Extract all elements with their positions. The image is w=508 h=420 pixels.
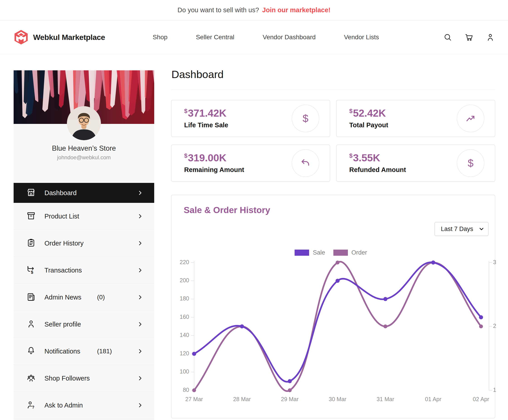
title-divider bbox=[171, 90, 495, 90]
chevron-down-icon bbox=[479, 226, 484, 232]
storefront-icon bbox=[26, 188, 37, 198]
sidebar-item-shop-followers[interactable]: Shop Followers bbox=[14, 365, 154, 392]
svg-text:80: 80 bbox=[183, 387, 189, 393]
chevron-right-icon bbox=[137, 402, 143, 408]
svg-text:180: 180 bbox=[180, 295, 189, 301]
svg-text:31 Mar: 31 Mar bbox=[376, 396, 394, 402]
svg-text:2: 2 bbox=[493, 323, 496, 329]
chevron-right-icon bbox=[137, 267, 143, 273]
sidebar-item-label: Transactions bbox=[44, 267, 82, 274]
sidebar-item-label: Seller profile bbox=[44, 321, 81, 328]
svg-text:120: 120 bbox=[180, 350, 189, 356]
news-icon bbox=[26, 292, 37, 302]
transactions-icon: $ bbox=[26, 265, 37, 276]
sale-order-line-chart[interactable]: 8010012014016018020022012327 Mar28 Mar29… bbox=[171, 254, 496, 413]
user-icon[interactable] bbox=[486, 33, 495, 42]
sidebar-item-order-history[interactable]: Order History bbox=[14, 230, 154, 257]
sidebar-item-admin-news[interactable]: Admin News (0) bbox=[14, 284, 154, 311]
sidebar-item-dashboard[interactable]: Dashboard bbox=[14, 183, 154, 203]
svg-text:160: 160 bbox=[180, 314, 189, 320]
nav-shop[interactable]: Shop bbox=[153, 34, 167, 41]
brand[interactable]: Webkul Marketplace bbox=[13, 29, 105, 45]
card-total-payout: $52.42K Total Payout bbox=[336, 100, 495, 137]
svg-text:100: 100 bbox=[180, 368, 189, 375]
avatar bbox=[67, 106, 101, 140]
nav-vendor-dashboard[interactable]: Vendor Dashboard bbox=[263, 34, 316, 41]
top-header: Webkul Marketplace Shop Seller Central V… bbox=[0, 20, 508, 54]
chevron-right-icon bbox=[137, 213, 143, 219]
page-title: Dashboard bbox=[171, 68, 495, 81]
chevron-right-icon bbox=[137, 240, 143, 247]
dollar-icon: $ bbox=[457, 149, 484, 177]
store-email: johndoe@webkul.com bbox=[14, 154, 154, 161]
item-count: (181) bbox=[97, 348, 112, 355]
chart-title: Sale & Order History bbox=[184, 205, 270, 215]
nav-vendor-lists[interactable]: Vendor Lists bbox=[344, 34, 379, 41]
dollar-icon: $ bbox=[292, 105, 319, 132]
main-content: Dashboard $371.42K Life Time Sale $ $52.… bbox=[171, 68, 495, 418]
svg-text:1: 1 bbox=[493, 387, 496, 393]
svg-text:$: $ bbox=[31, 270, 33, 275]
order-history-icon bbox=[26, 238, 37, 248]
brand-name: Webkul Marketplace bbox=[33, 33, 105, 42]
sidebar-item-label: Admin News bbox=[44, 294, 81, 301]
cart-icon[interactable] bbox=[464, 33, 473, 42]
main-nav: Shop Seller Central Vendor Dashboard Ven… bbox=[153, 34, 379, 41]
sidebar-menu: Dashboard Product List Order History $ T… bbox=[14, 183, 154, 419]
sidebar-item-label: Ask to Admin bbox=[44, 402, 83, 409]
ask-admin-icon: ? bbox=[26, 400, 37, 411]
sidebar-item-product-list[interactable]: Product List bbox=[14, 203, 154, 230]
followers-icon bbox=[26, 373, 37, 383]
sidebar-item-ask-to-admin[interactable]: ? Ask to Admin bbox=[14, 392, 154, 419]
join-marketplace-link[interactable]: Join our marketplace! bbox=[262, 6, 331, 14]
store-name: Blue Heaven’s Store bbox=[14, 144, 154, 152]
header-icons bbox=[443, 33, 495, 42]
sidebar-item-label: Product List bbox=[44, 213, 79, 220]
svg-text:220: 220 bbox=[180, 259, 189, 265]
vendor-sidebar: Blue Heaven’s Store johndoe@webkul.com D… bbox=[14, 70, 154, 420]
svg-text:29 Mar: 29 Mar bbox=[281, 396, 299, 402]
sidebar-item-transactions[interactable]: $ Transactions bbox=[14, 257, 154, 284]
sidebar-item-label: Order History bbox=[44, 240, 83, 247]
banner-question: Do you want to sell with us? bbox=[177, 6, 259, 14]
chevron-right-icon bbox=[137, 375, 143, 382]
undo-icon bbox=[292, 149, 319, 177]
sidebar-item-label: Dashboard bbox=[44, 189, 77, 197]
archive-icon bbox=[26, 211, 37, 221]
svg-text:30 Mar: 30 Mar bbox=[329, 396, 346, 402]
sale-order-history-card: Sale & Order History Last 7 Days Sale Or… bbox=[171, 195, 495, 418]
svg-text:?: ? bbox=[32, 405, 35, 410]
svg-text:3: 3 bbox=[493, 259, 496, 265]
svg-text:140: 140 bbox=[180, 332, 189, 338]
stat-cards: $371.42K Life Time Sale $ $52.42K Total … bbox=[171, 100, 495, 182]
chevron-right-icon bbox=[137, 190, 143, 196]
trending-up-icon bbox=[457, 105, 484, 132]
svg-text:200: 200 bbox=[180, 277, 189, 283]
svg-text:28 Mar: 28 Mar bbox=[233, 396, 251, 402]
card-refunded-amount: $3.55K Refunded Amount $ bbox=[336, 144, 495, 182]
person-icon bbox=[26, 319, 37, 330]
svg-text:27 Mar: 27 Mar bbox=[185, 396, 203, 402]
nav-seller-central[interactable]: Seller Central bbox=[196, 34, 235, 41]
card-life-time-sale: $371.42K Life Time Sale $ bbox=[171, 100, 330, 137]
chevron-right-icon bbox=[137, 294, 143, 300]
sidebar-item-seller-profile[interactable]: Seller profile bbox=[14, 311, 154, 338]
bell-icon bbox=[26, 346, 37, 356]
sidebar-item-label: Notifications bbox=[44, 348, 80, 355]
promo-banner: Do you want to sell with us? Join our ma… bbox=[0, 0, 508, 20]
webkul-logo-icon bbox=[13, 29, 29, 45]
svg-text:02 Apr: 02 Apr bbox=[473, 396, 489, 402]
card-remaining-amount: $319.00K Remaining Amount bbox=[171, 144, 330, 182]
search-icon[interactable] bbox=[443, 33, 452, 42]
chevron-right-icon bbox=[137, 321, 143, 327]
item-count: (0) bbox=[97, 294, 105, 301]
svg-text:01 Apr: 01 Apr bbox=[425, 396, 441, 402]
sidebar-item-label: Shop Followers bbox=[44, 375, 90, 382]
date-range-select[interactable]: Last 7 Days bbox=[434, 222, 488, 236]
sidebar-item-notifications[interactable]: Notifications (181) bbox=[14, 338, 154, 365]
chevron-right-icon bbox=[137, 348, 143, 354]
date-range-value: Last 7 Days bbox=[441, 225, 473, 232]
